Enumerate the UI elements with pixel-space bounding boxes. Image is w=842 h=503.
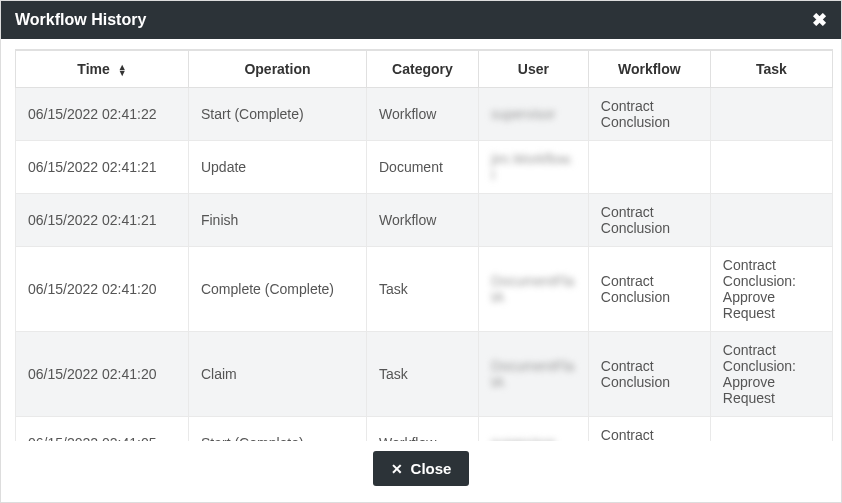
sort-icon[interactable]: ▲ ▼	[118, 64, 127, 76]
table-row: 06/15/2022 02:41:22Start (Complete)Workf…	[16, 88, 833, 141]
blurred-user-text: supervisor	[491, 106, 556, 122]
blurred-user-text: DocumentFlatA	[491, 273, 574, 305]
cell-time: 06/15/2022 02:41:05	[16, 417, 189, 442]
col-operation-label: Operation	[244, 61, 310, 77]
cell-time: 06/15/2022 02:41:21	[16, 194, 189, 247]
cell-workflow: Contract Conclusion	[588, 332, 710, 417]
cell-category: Task	[367, 332, 479, 417]
col-category-label: Category	[392, 61, 453, 77]
cell-category: Task	[367, 247, 479, 332]
cell-task: Contract Conclusion: Approve Request	[710, 247, 832, 332]
cell-category: Workflow	[367, 417, 479, 442]
cell-workflow	[588, 141, 710, 194]
sort-down-icon: ▼	[118, 70, 127, 76]
blurred-user-text: DocumentFlatA	[491, 358, 574, 390]
cell-operation: Update	[188, 141, 366, 194]
cell-user: supervisor	[478, 417, 588, 442]
modal-title: Workflow History	[15, 11, 146, 29]
modal-body: Time ▲ ▼ Operation Category User Workflo…	[1, 39, 841, 441]
cell-user: DocumentFlatA	[478, 247, 588, 332]
col-time[interactable]: Time ▲ ▼	[16, 51, 189, 88]
blurred-user-text: supervisor	[491, 435, 556, 441]
table-header-row: Time ▲ ▼ Operation Category User Workflo…	[16, 51, 833, 88]
table-row: 06/15/2022 02:41:20Complete (Complete)Ta…	[16, 247, 833, 332]
cell-operation: Claim	[188, 332, 366, 417]
cell-task	[710, 194, 832, 247]
cell-time: 06/15/2022 02:41:22	[16, 88, 189, 141]
cell-category: Workflow	[367, 194, 479, 247]
cell-workflow: Contract Conclusion	[588, 247, 710, 332]
cell-task: Contract Conclusion: Approve Request	[710, 332, 832, 417]
table-row: 06/15/2022 02:41:20ClaimTaskDocumentFlat…	[16, 332, 833, 417]
close-button[interactable]: ✕ Close	[373, 451, 470, 486]
cell-category: Document	[367, 141, 479, 194]
cell-user	[478, 194, 588, 247]
close-icon[interactable]: ✖	[812, 11, 827, 29]
cell-task	[710, 88, 832, 141]
cell-task	[710, 417, 832, 442]
col-time-label: Time	[77, 61, 109, 77]
col-operation[interactable]: Operation	[188, 51, 366, 88]
cell-user: jim.Workflow.I	[478, 141, 588, 194]
workflow-history-modal: Workflow History ✖ Time ▲ ▼	[0, 0, 842, 503]
cell-category: Workflow	[367, 88, 479, 141]
history-table: Time ▲ ▼ Operation Category User Workflo…	[15, 50, 833, 441]
cell-user: DocumentFlatA	[478, 332, 588, 417]
modal-footer: ✕ Close	[1, 441, 841, 502]
col-workflow[interactable]: Workflow	[588, 51, 710, 88]
col-task[interactable]: Task	[710, 51, 832, 88]
cell-operation: Finish	[188, 194, 366, 247]
modal-header: Workflow History ✖	[1, 1, 841, 39]
cell-task	[710, 141, 832, 194]
table-scroll-area[interactable]: Time ▲ ▼ Operation Category User Workflo…	[15, 49, 833, 441]
col-workflow-label: Workflow	[618, 61, 681, 77]
col-user[interactable]: User	[478, 51, 588, 88]
cell-time: 06/15/2022 02:41:20	[16, 247, 189, 332]
cell-operation: Start (Complete)	[188, 417, 366, 442]
cell-user: supervisor	[478, 88, 588, 141]
cell-operation: Start (Complete)	[188, 88, 366, 141]
table-row: 06/15/2022 02:41:21FinishWorkflowContrac…	[16, 194, 833, 247]
table-body: 06/15/2022 02:41:22Start (Complete)Workf…	[16, 88, 833, 442]
cell-workflow: Contract Conclusion	[588, 417, 710, 442]
cell-time: 06/15/2022 02:41:20	[16, 332, 189, 417]
table-row: 06/15/2022 02:41:05Start (Complete)Workf…	[16, 417, 833, 442]
cell-workflow: Contract Conclusion	[588, 88, 710, 141]
blurred-user-text: jim.Workflow.I	[491, 151, 573, 183]
table-row: 06/15/2022 02:41:21UpdateDocumentjim.Wor…	[16, 141, 833, 194]
cell-workflow: Contract Conclusion	[588, 194, 710, 247]
col-user-label: User	[518, 61, 549, 77]
col-category[interactable]: Category	[367, 51, 479, 88]
cell-operation: Complete (Complete)	[188, 247, 366, 332]
close-button-label: Close	[411, 460, 452, 477]
close-button-icon: ✕	[391, 461, 403, 477]
col-task-label: Task	[756, 61, 787, 77]
cell-time: 06/15/2022 02:41:21	[16, 141, 189, 194]
